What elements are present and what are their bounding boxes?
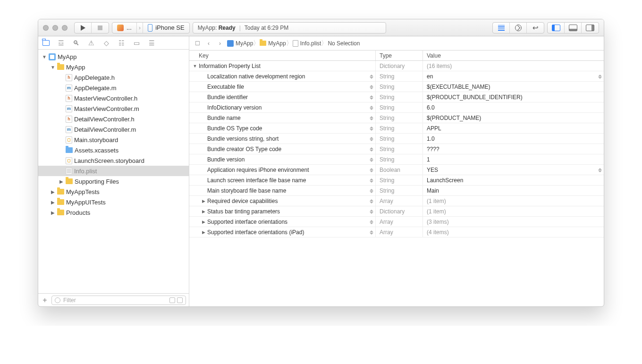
tree-row[interactable]: mDetailViewController.m	[38, 124, 189, 135]
assistant-editor-button[interactable]	[510, 23, 527, 33]
key-stepper[interactable]	[370, 177, 373, 184]
plist-key-cell[interactable]: Executable file	[189, 82, 376, 92]
key-stepper[interactable]	[370, 229, 373, 236]
key-stepper[interactable]	[370, 125, 373, 132]
project-navigator-tab[interactable]	[42, 39, 50, 47]
tree-row[interactable]: mMasterViewController.m	[38, 103, 189, 114]
plist-type-cell[interactable]: Array	[376, 227, 423, 237]
plist-row[interactable]: Executable fileString$(EXECUTABLE_NAME)	[189, 82, 604, 92]
key-stepper[interactable]	[370, 73, 373, 80]
column-key[interactable]: Key	[189, 51, 376, 60]
plist-row[interactable]: Bundle identifierString$(PRODUCT_BUNDLE_…	[189, 92, 604, 102]
plist-value-cell[interactable]: APPL	[423, 123, 604, 133]
plist-row[interactable]: Bundle versions string, shortString1.0	[189, 134, 604, 144]
tree-row[interactable]: hDetailViewController.h	[38, 114, 189, 124]
plist-key-cell[interactable]: Application requires iPhone environment	[189, 165, 376, 175]
plist-table[interactable]: ▼Information Property ListDictionary(16 …	[189, 61, 604, 306]
scm-filter-icon[interactable]	[177, 297, 183, 303]
find-navigator-tab[interactable]: 🔍︎	[72, 39, 80, 47]
plist-value-cell[interactable]: $(PRODUCT_NAME)	[423, 113, 604, 123]
column-value[interactable]: Value	[423, 51, 604, 60]
plist-key-cell[interactable]: Bundle OS Type code	[189, 123, 376, 133]
plist-value-cell[interactable]: (16 items)	[423, 61, 604, 71]
disclosure-triangle[interactable]: ▶	[51, 200, 55, 205]
plist-key-cell[interactable]: ▶Status bar tinting parameters	[189, 206, 376, 216]
disclosure-triangle[interactable]: ▶	[51, 210, 55, 215]
plist-row[interactable]: ▶Supported interface orientations (iPad)…	[189, 227, 604, 237]
tree-row[interactable]: ▶Products	[38, 207, 189, 218]
value-stepper[interactable]	[598, 73, 602, 80]
recent-filter-icon[interactable]	[169, 297, 175, 303]
key-stepper[interactable]	[370, 197, 373, 205]
breadcrumb-item[interactable]: Info.plist	[293, 40, 321, 47]
related-items-button[interactable]: ☐	[193, 39, 202, 48]
plist-type-cell[interactable]: String	[376, 82, 423, 92]
plist-key-cell[interactable]: Bundle versions string, short	[189, 134, 376, 144]
plist-key-cell[interactable]: InfoDictionary version	[189, 102, 376, 112]
plist-type-cell[interactable]: String	[376, 123, 423, 133]
tree-row[interactable]: ▼MyApp	[38, 62, 189, 72]
key-stepper[interactable]	[370, 208, 373, 215]
column-type[interactable]: Type	[376, 51, 423, 60]
plist-type-cell[interactable]: String	[376, 113, 423, 123]
activity-viewer[interactable]: MyApp: Ready | Today at 6:29 PM	[193, 22, 386, 34]
key-stepper[interactable]	[370, 166, 373, 174]
tree-row[interactable]: ▶MyAppTests	[38, 186, 189, 197]
minimize-window-button[interactable]	[52, 25, 58, 31]
plist-row[interactable]: Launch screen interface file base nameSt…	[189, 175, 604, 186]
plist-value-cell[interactable]: (1 item)	[423, 206, 604, 216]
plist-type-cell[interactable]: String	[376, 175, 423, 185]
plist-row[interactable]: ▶Status bar tinting parametersDictionary…	[189, 206, 604, 217]
disclosure-triangle[interactable]: ▶	[51, 189, 55, 195]
plist-value-cell[interactable]: Main	[423, 186, 604, 195]
plist-key-cell[interactable]: ▶Supported interface orientations (iPad)	[189, 227, 376, 237]
plist-type-cell[interactable]: Array	[376, 196, 423, 206]
plist-row[interactable]: ▶Supported interface orientationsArray(3…	[189, 217, 604, 227]
disclosure-triangle[interactable]: ▼	[51, 65, 55, 70]
debug-navigator-tab[interactable]: ☷	[118, 39, 125, 47]
test-navigator-tab[interactable]: ◇	[102, 39, 110, 47]
plist-key-cell[interactable]: Main storyboard file base name	[189, 186, 376, 195]
plist-value-cell[interactable]: $(EXECUTABLE_NAME)	[423, 82, 604, 92]
plist-type-cell[interactable]: Dictionary	[376, 206, 423, 216]
plist-key-cell[interactable]: ▶Supported interface orientations	[189, 217, 376, 227]
plist-row[interactable]: Application requires iPhone environmentB…	[189, 165, 604, 175]
plist-key-cell[interactable]: Launch screen interface file base name	[189, 175, 376, 185]
plist-value-cell[interactable]: ????	[423, 144, 604, 154]
plist-row[interactable]: ▶Required device capabilitiesArray(1 ite…	[189, 196, 604, 206]
plist-value-cell[interactable]: (1 item)	[423, 196, 604, 206]
plist-value-cell[interactable]: 1.0	[423, 134, 604, 144]
toggle-navigator-button[interactable]	[548, 23, 565, 33]
plist-type-cell[interactable]: String	[376, 154, 423, 164]
plist-type-cell[interactable]: String	[376, 144, 423, 154]
plist-value-cell[interactable]: $(PRODUCT_BUNDLE_IDENTIFIER)	[423, 92, 604, 102]
plist-row[interactable]: Main storyboard file base nameStringMain	[189, 186, 604, 196]
tree-row[interactable]: ▼MyApp	[38, 51, 189, 62]
plist-row[interactable]: Bundle nameString$(PRODUCT_NAME)	[189, 113, 604, 123]
breadcrumb-item[interactable]: No Selection	[328, 40, 360, 47]
disclosure-triangle[interactable]: ▼	[42, 54, 47, 59]
plist-key-cell[interactable]: Localization native development region	[189, 71, 376, 81]
plist-key-cell[interactable]: Bundle name	[189, 113, 376, 123]
scheme-selector[interactable]: ...	[112, 23, 137, 33]
breakpoint-navigator-tab[interactable]: ▭	[133, 39, 140, 47]
value-stepper[interactable]	[598, 166, 602, 174]
plist-value-cell[interactable]: (4 items)	[423, 227, 604, 237]
version-editor-button[interactable]: ↩︎	[527, 23, 544, 33]
plist-type-cell[interactable]: Dictionary	[376, 61, 423, 71]
plist-type-cell[interactable]: Array	[376, 217, 423, 227]
standard-editor-button[interactable]	[493, 23, 510, 33]
disclosure-triangle[interactable]: ▶	[201, 209, 206, 214]
key-stepper[interactable]	[370, 135, 373, 143]
issue-navigator-tab[interactable]: ⚠︎	[87, 39, 95, 47]
plist-type-cell[interactable]: String	[376, 71, 423, 81]
plist-type-cell[interactable]: String	[376, 186, 423, 195]
disclosure-triangle[interactable]: ▶	[201, 230, 206, 235]
plist-row[interactable]: Bundle OS Type codeStringAPPL	[189, 123, 604, 134]
project-navigator-tree[interactable]: ▼MyApp▼MyApphAppDelegate.hmAppDelegate.m…	[38, 50, 189, 293]
tree-row[interactable]: Main.storyboard	[38, 135, 189, 145]
disclosure-triangle[interactable]: ▶	[59, 179, 64, 184]
run-button[interactable]	[75, 23, 92, 33]
tree-row[interactable]: ▶Supporting Files	[38, 176, 189, 186]
tree-row[interactable]: ▶MyAppUITests	[38, 197, 189, 207]
